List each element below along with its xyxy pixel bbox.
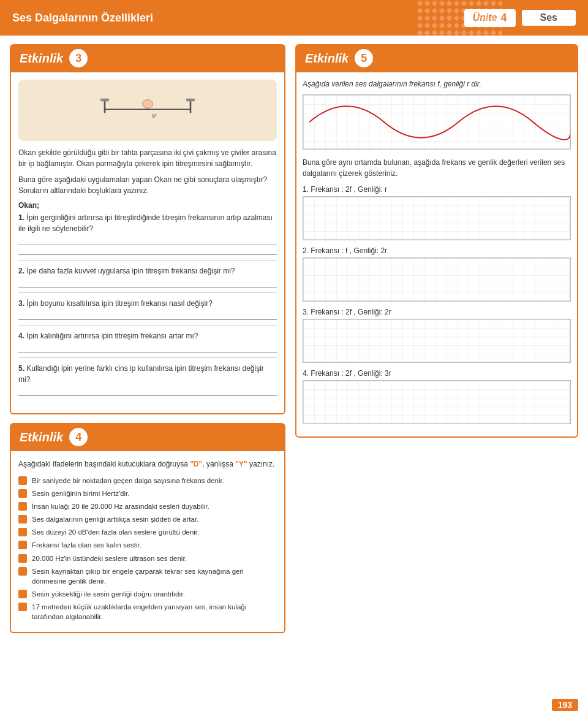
checkbox-1[interactable] [18,489,27,498]
checkbox-8[interactable] [18,590,27,598]
checkbox-2[interactable] [18,502,27,511]
checklist-text-9: 17 metreden küçük uzaklıklarda engelden … [32,602,277,622]
checklist-text-2: İnsan kulağı 20 ile 20.000 Hz arasındaki… [32,501,209,511]
etkinlik4-box: Aşağıdaki ifadelerin başındaki kutucukla… [10,451,285,633]
etkinlik3-number: 3 [69,49,88,67]
checklist-text-8: Sesin yüksekliği ile sesin genliği doğru… [32,589,185,599]
rope-illustration: ip [18,80,277,141]
etkinlik5-number: 5 [355,49,373,67]
question-5: 5. Kullandığı ipin yerine farklı cins ip… [18,363,277,401]
checklist-item-9: 17 metreden küçük uzaklıklarda engelden … [18,602,277,622]
svg-rect-12 [303,197,570,240]
checklist-text-0: Bir saniyede bir noktadan geçen dalga sa… [32,476,224,486]
small-graph-3 [303,319,571,363]
svg-rect-18 [303,381,570,424]
checklist-item-4: Ses düzeyi 20 dB'den fazla olan seslere … [18,527,277,537]
checklist-item-8: Sesin yüksekliği ile sesin genliği doğru… [18,589,277,599]
checklist-item-0: Bir saniyede bir noktadan geçen dalga sa… [18,476,277,486]
checklist-text-4: Ses düzeyi 20 dB'den fazla olan seslere … [32,527,199,537]
checkbox-0[interactable] [18,476,27,485]
checklist-text-1: Sesin genliğinin birimi Hertz'dir. [32,489,129,498]
checklist-item-1: Sesin genliğinin birimi Hertz'dir. [18,489,277,498]
graph-label-2: 2. Frekansı : f , Genliği: 2r [303,246,571,255]
svg-rect-3 [100,99,109,101]
question-1: 1. İpin gerginliğini artırırsa ipi titre… [18,212,277,261]
etkinlik5-box: Aşağıda verilen ses dalgalarının frekans… [295,72,578,438]
checklist-item-2: İnsan kulağı 20 ile 20.000 Hz arasındaki… [18,501,277,511]
rope-svg: ip [68,89,227,132]
etkinlik5-wave-desc: Buna göre aynı ortamda bulunan, aşağıda … [303,157,571,179]
checkbox-9[interactable] [18,603,27,611]
etkinlik3-para2: Buna göre aşağıdaki uygulamaları yapan O… [18,174,277,196]
okan-label: Okan; [18,201,277,210]
svg-rect-5 [186,99,195,101]
etkinlik3-header: Etkinlik 3 [10,44,285,72]
left-column: Etkinlik 3 ip [10,44,285,633]
ses-badge: Ses [522,10,576,26]
etkinlik4-intro: Aşağıdaki ifadelerin başındaki kutucukla… [18,459,277,470]
checklist-container: Bir saniyede bir noktadan geçen dalga sa… [18,476,277,622]
svg-rect-14 [303,258,570,301]
checkbox-3[interactable] [18,515,27,524]
checkbox-7[interactable] [18,567,27,576]
etkinlik4-header: Etkinlik 4 [10,423,285,451]
etkinlik5-header: Etkinlik 5 [295,44,578,72]
small-graph-1 [303,196,571,240]
etkinlik4-label: Etkinlik [20,430,63,444]
etkinlik3-para1: Okan şekilde görüldüğü gibi bir tahta pa… [18,147,277,169]
etkinlik5-intro: Aşağıda verilen ses dalgalarının frekans… [303,78,571,90]
checklist-item-6: 20.000 Hz'in üstündeki seslere ultrason … [18,554,277,563]
checklist-text-3: Ses dalgalarının genliği arttıkça sesin … [32,514,198,524]
svg-rect-16 [303,319,570,362]
checkbox-4[interactable] [18,528,27,536]
page-number: 193 [552,699,578,711]
svg-text:ip: ip [152,112,157,118]
etkinlik5-label: Etkinlik [305,51,349,66]
graph-section-2: 2. Frekansı : f , Genliği: 2r [303,246,571,302]
small-graph-4 [303,380,571,424]
checklist-item-5: Frekansı fazla olan ses kalın sestir. [18,540,277,550]
question-3: 3. İpin boyunu kısaltılırsa ipin titreşi… [18,298,277,326]
main-wave-graph [303,94,571,150]
graph-section-1: 1. Frekansı : 2f , Genliği: r [303,185,571,240]
graph-section-3: 3. Frekansı : 2f , Genliği: 2r [303,308,571,363]
page-header: Ses Dalgalarının Özellikleri Ünite 4 Ses [0,0,588,36]
etkinlik4-number: 4 [69,428,88,446]
svg-point-7 [142,100,153,109]
checklist-text-5: Frekansı fazla olan ses kalın sestir. [32,540,141,550]
right-column: Etkinlik 5 Aşağıda verilen ses dalgaları… [295,44,578,633]
svg-rect-1 [417,0,502,36]
checklist-text-7: Sesin kaynaktan çıkıp bir engele çarpara… [32,566,277,586]
question-4: 4. İpin kalınlığını artırırsa ipin titre… [18,330,277,358]
dots-decoration [417,0,502,36]
graph-label-3: 3. Frekansı : 2f , Genliği: 2r [303,308,571,316]
checklist-text-6: 20.000 Hz'in üstündeki seslere ultrason … [32,554,187,563]
checkbox-6[interactable] [18,554,27,563]
question-2: 2. İpe daha fazla kuvvet uygularsa ipin … [18,265,277,293]
checklist-item-7: Sesin kaynaktan çıkıp bir engele çarpara… [18,566,277,586]
checklist-item-3: Ses dalgalarının genliği arttıkça sesin … [18,514,277,524]
header-title: Ses Dalgalarının Özellikleri [12,12,153,25]
graph-label-4: 4. Frekansı : 2f , Genliği: 3r [303,369,571,378]
etkinlik3-box: ip Okan şekilde görüldüğü gibi bir tahta… [10,72,285,414]
small-graph-2 [303,257,571,302]
graph-label-1: 1. Frekansı : 2f , Genliği: r [303,185,571,194]
graph-section-4: 4. Frekansı : 2f , Genliği: 3r [303,369,571,424]
checkbox-5[interactable] [18,541,27,549]
main-content: Etkinlik 3 ip [0,36,588,642]
etkinlik3-label: Etkinlik [20,51,63,66]
